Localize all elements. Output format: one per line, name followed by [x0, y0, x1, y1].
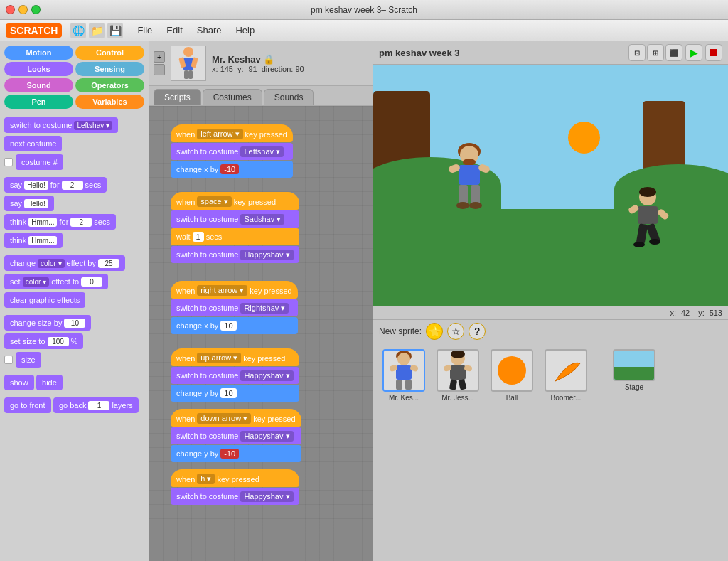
- block-when-h[interactable]: when h ▾ key pressed: [171, 469, 299, 487]
- category-control[interactable]: Control: [75, 46, 144, 60]
- block-think[interactable]: think Hmm...: [4, 233, 63, 248]
- window-controls[interactable]: [6, 5, 41, 14]
- folder-icon[interactable]: 📁: [89, 23, 105, 38]
- block-wait-1[interactable]: wait 1 secs: [171, 228, 299, 245]
- block-go-to-front[interactable]: go to front: [4, 397, 51, 413]
- block-when-right-arrow[interactable]: when right arrow ▾ key pressed: [171, 281, 298, 299]
- stage-img[interactable]: [613, 349, 655, 381]
- block-size[interactable]: size: [16, 352, 41, 368]
- category-operators[interactable]: Operators: [75, 78, 144, 92]
- stage-thumb-ground: [614, 367, 654, 380]
- block-say-hello-secs[interactable]: say Hello! for 2 secs: [4, 177, 107, 193]
- edit-menu[interactable]: Edit: [161, 22, 188, 38]
- block-costume-num[interactable]: costume #: [16, 154, 63, 170]
- share-menu[interactable]: Share: [191, 22, 228, 38]
- resize-normal-btn[interactable]: ⊞: [647, 44, 664, 61]
- svg-rect-34: [450, 365, 466, 380]
- nav-up[interactable]: +: [154, 51, 165, 63]
- block-set-effect[interactable]: set color ▾ effect to 0: [4, 274, 108, 289]
- category-sensing[interactable]: Sensing: [75, 62, 144, 76]
- sprite-keshav-stage[interactable]: [444, 141, 494, 214]
- svg-point-0: [183, 47, 193, 57]
- block-set-size[interactable]: set size to 100 %: [4, 333, 83, 349]
- block-switch-costume[interactable]: switch to costume Leftshav ▾: [4, 117, 118, 133]
- block-clear-effects[interactable]: clear graphic effects: [4, 292, 85, 308]
- svg-point-15: [469, 202, 482, 209]
- block-next-costume[interactable]: next costume: [4, 136, 62, 151]
- tab-sounds[interactable]: Sounds: [264, 89, 314, 105]
- tab-scripts[interactable]: Scripts: [154, 89, 201, 105]
- sprite-img-keshav[interactable]: [382, 349, 425, 392]
- scratch-logo[interactable]: SCRATCH: [6, 23, 62, 38]
- script-down-arrow: when down arrow ▾ key pressed switch to …: [171, 409, 301, 463]
- block-switch-happyshav1[interactable]: switch to costume Happyshav ▾: [171, 246, 299, 263]
- new-sprite-help[interactable]: ?: [469, 323, 486, 340]
- category-pen[interactable]: Pen: [4, 95, 73, 109]
- blocks-list: switch to costume Leftshav ▾ next costum…: [0, 113, 149, 561]
- block-switch-happyshav4[interactable]: switch to costume Happyshav ▾: [171, 488, 299, 505]
- script-space-key: when space ▾ key pressed switch to costu…: [171, 192, 299, 264]
- block-switch-happyshav2[interactable]: switch to costume Happyshav ▾: [171, 367, 299, 384]
- block-switch-sadshav[interactable]: switch to costume Sadshav ▾: [171, 210, 299, 228]
- new-sprite-star2[interactable]: ☆: [447, 323, 464, 340]
- block-when-down-arrow[interactable]: when down arrow ▾ key pressed: [171, 409, 301, 427]
- block-when-left-arrow[interactable]: when left arrow ▾ key pressed: [171, 124, 293, 142]
- svg-point-39: [498, 356, 526, 385]
- stop-button[interactable]: ⏹: [705, 44, 722, 61]
- sprite-img-ball[interactable]: [491, 349, 533, 392]
- tab-costumes[interactable]: Costumes: [203, 89, 262, 105]
- block-change-x-neg10[interactable]: change x by -10: [171, 161, 293, 178]
- block-change-x-pos10[interactable]: change x by 10: [171, 317, 298, 334]
- resize-small-btn[interactable]: ⊡: [628, 44, 646, 61]
- help-menu[interactable]: Help: [230, 22, 260, 38]
- block-show[interactable]: show: [4, 375, 34, 390]
- category-motion[interactable]: Motion: [4, 46, 73, 60]
- maximize-button[interactable]: [31, 5, 41, 14]
- save-icon[interactable]: 💾: [107, 23, 123, 38]
- block-change-size[interactable]: change size by 10: [4, 315, 91, 331]
- block-switch-rightshav[interactable]: switch to costume Rightshav ▾: [171, 299, 298, 316]
- stage-title: pm keshav week 3: [379, 48, 459, 58]
- svg-rect-21: [636, 224, 648, 245]
- scripts-panel: + − Mr. Keshav 🔒 x: 1: [149, 41, 373, 561]
- blocks-panel: Motion Control Looks Sensing Sound Opera…: [0, 41, 149, 561]
- svg-rect-4: [184, 70, 188, 79]
- scripts-area[interactable]: when left arrow ▾ key pressed switch to …: [149, 106, 373, 561]
- costume-checkbox[interactable]: [4, 158, 13, 166]
- globe-icon[interactable]: 🌐: [70, 23, 86, 38]
- minimize-button[interactable]: [18, 5, 28, 14]
- sprite-jess-stage[interactable]: [625, 186, 671, 252]
- block-think-secs[interactable]: think Hmm... for 2 secs: [4, 214, 116, 230]
- sprite-thumbnails: Mr. Kes...: [373, 343, 728, 407]
- block-when-up-arrow[interactable]: when up arrow ▾ key pressed: [171, 348, 299, 366]
- category-sound[interactable]: Sound: [4, 78, 73, 92]
- block-go-back-layers[interactable]: go back 1 layers: [53, 397, 139, 413]
- category-looks[interactable]: Looks: [4, 62, 73, 76]
- block-change-y-neg10[interactable]: change y by -10: [171, 445, 301, 462]
- stage-controls: ⊡ ⊞ ⬛ ▶ ⏹: [628, 44, 722, 61]
- jess-svg: [625, 186, 671, 250]
- svg-point-24: [649, 239, 660, 245]
- size-checkbox[interactable]: [4, 356, 13, 364]
- sprite-img-boomer[interactable]: [545, 349, 587, 392]
- file-menu[interactable]: File: [132, 22, 158, 38]
- new-sprite-star1[interactable]: ⭐: [426, 323, 443, 340]
- block-change-y-pos10[interactable]: change y by 10: [171, 385, 299, 402]
- close-button[interactable]: [6, 5, 15, 14]
- window-title: pm keshav week 3– Scratch: [311, 5, 417, 15]
- green-flag-button[interactable]: ▶: [685, 44, 702, 61]
- sprite-thumb-stage: Stage: [609, 349, 659, 402]
- svg-rect-18: [638, 206, 658, 224]
- sprite-img-jess[interactable]: [437, 349, 479, 392]
- svg-rect-31: [405, 380, 412, 390]
- resize-large-btn[interactable]: ⬛: [665, 44, 682, 61]
- nav-down[interactable]: −: [154, 64, 165, 75]
- sprite-x: 145: [220, 65, 233, 73]
- block-say-hello[interactable]: say Hello!: [4, 196, 54, 211]
- category-variables[interactable]: Variables: [75, 95, 144, 109]
- block-switch-leftshav[interactable]: switch to costume Leftshav ▾: [171, 143, 293, 160]
- block-when-space[interactable]: when space ▾ key pressed: [171, 192, 299, 210]
- block-change-effect[interactable]: change color ▾ effect by 25: [4, 255, 125, 271]
- block-switch-happyshav3[interactable]: switch to costume Happyshav ▾: [171, 427, 301, 444]
- block-hide[interactable]: hide: [36, 375, 63, 390]
